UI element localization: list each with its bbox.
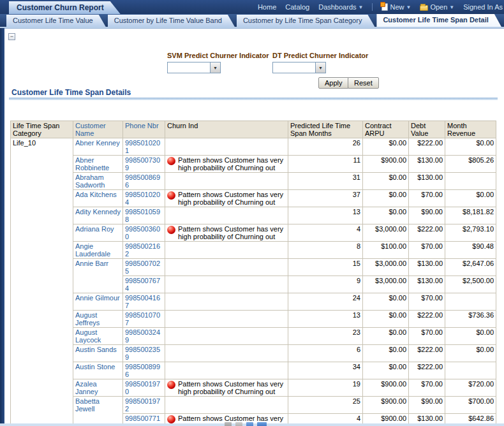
churn-indicator-icon [167,191,175,200]
dt-churner-select[interactable]: ▼ [272,62,326,73]
phone-nbr-link[interactable]: 9985003249 [123,328,165,345]
customer-name-link[interactable]: Annie Gilmour [73,293,123,311]
customer-name-link[interactable]: Abner Robbinette [73,156,123,173]
nav-open[interactable]: Open ▼ [420,3,454,11]
customer-name-link[interactable]: August Laycock [73,328,123,345]
global-nav: Home Catalog Dashboards ▼ New ▼ Open ▼ S… [258,0,504,14]
table-row: August Jeffreys998501070713$0.00$222.00$… [11,311,496,328]
predicted-months-cell: 8 [288,242,363,259]
table-row: Azalea Janney9985001970Pattern shows Cus… [11,379,496,397]
pager-up-icon[interactable] [235,422,242,426]
pager-page-down-icon[interactable] [257,422,267,426]
top-bar: Customer Churn Report Home Catalog Dashb… [0,0,504,14]
churn-ind-cell [165,345,288,362]
col-header-customer-name[interactable]: Customer Name [73,121,123,138]
phone-nbr-link[interactable]: 9985001970 [123,379,165,397]
customer-name-link[interactable]: Abner Kenney [73,138,123,156]
section-divider [9,98,498,100]
pager-first-icon[interactable] [225,422,232,426]
nav-home[interactable]: Home [258,3,276,11]
dt-churner-select-value [273,62,315,73]
pager-page-up-icon[interactable] [246,422,253,426]
customer-name-link[interactable]: Babetta Jewell [73,397,123,426]
month-revenue-cell: $90.48 [445,242,496,259]
col-header-phone-nbr[interactable]: Phone Nbr [123,121,165,138]
dt-prompt-label: DT Predict Churner Indicator [272,52,368,59]
tab-customer-life-time-value[interactable]: Customer Life Time Value [6,15,106,27]
tab-customer-by-life-time-value-band[interactable]: Customer by Life Time Value Band [108,15,235,27]
contract-arpu-cell: $3,000.00 [363,276,409,293]
col-header-predicted-months: Predicted Life Time Span Months [288,121,363,138]
customer-name-link[interactable]: Austin Stone [73,362,123,379]
phone-nbr-link[interactable]: 9985010598 [123,207,165,224]
contract-arpu-cell: $0.00 [363,138,409,156]
nav-separator [372,3,373,11]
table-row: Austin Sands99850023596$0.00$222.00$0.00 [11,345,496,362]
nav-dashboards[interactable]: Dashboards ▼ [318,3,363,11]
debt-value-cell: $70.00 [409,379,445,397]
churn-ind-cell [165,276,288,293]
contract-arpu-cell: $900.00 [363,156,409,173]
customer-name-link[interactable]: Adriana Roy [73,224,123,242]
report-title-tab[interactable]: Customer Churn Report [9,1,121,14]
phone-nbr-link[interactable]: 9985008996 [123,362,165,379]
month-revenue-cell: $2,500.00 [445,276,496,293]
debt-value-cell: $130.00 [409,173,445,190]
churn-indicator-icon [167,415,175,423]
table-row: Austin Stone998500899634$0.00$222.00 [11,362,496,379]
phone-nbr-link[interactable]: 9985010707 [123,311,165,328]
nav-new[interactable]: New ▼ [382,3,411,11]
churn-ind-cell [165,259,288,276]
col-header-life-time-span-category: Life Time Span Category [11,121,73,138]
debt-value-cell: $222.00 [409,362,445,379]
debt-value-cell: $222.00 [409,224,445,242]
phone-nbr-link[interactable]: 9985010204 [123,190,165,207]
phone-nbr-link[interactable]: 9985002359 [123,345,165,362]
phone-nbr-link[interactable]: 9985008696 [123,173,165,190]
col-header-contract-arpu: Contract ARPU [363,121,409,138]
apply-button[interactable]: Apply [318,77,349,89]
predicted-months-cell: 37 [288,190,363,207]
phone-nbr-link[interactable]: 9985003600 [123,224,165,242]
phone-nbr-link[interactable]: 9985010201 [123,138,165,156]
churn-ind-cell [165,362,288,379]
table-row: Angie Lauderdale99850021628$100.00$70.00… [11,242,496,259]
contract-arpu-cell: $0.00 [363,173,409,190]
customer-name-link[interactable]: August Jeffreys [73,311,123,328]
tab-customer-by-life-time-span-category[interactable]: Customer by Life Time Span Category [237,15,374,27]
nav-signed-in-as[interactable]: Signed In As [463,3,503,11]
debt-value-cell: $222.00 [409,311,445,328]
dashboard-tab-bar: Customer Life Time Value Customer by Lif… [0,14,504,28]
customer-name-link[interactable]: Annie Barr [73,259,123,293]
customer-name-link[interactable]: Azalea Janney [73,379,123,397]
nav-catalog[interactable]: Catalog [285,3,309,11]
phone-nbr-link[interactable]: 9985007025 [123,259,165,276]
chevron-down-icon[interactable]: ▼ [315,62,325,73]
churn-ind-cell: Pattern shows Customer has very high pro… [165,156,288,173]
phone-nbr-link[interactable]: 9985004167 [123,293,165,311]
contract-arpu-cell: $0.00 [363,207,409,224]
tab-customer-life-time-span-detail[interactable]: Customer Life Time Span Detail [376,14,501,27]
customer-name-link[interactable]: Adity Kennedy [73,207,123,224]
predicted-months-cell: 9 [288,276,363,293]
customer-name-link[interactable]: Ada Kitchens [73,190,123,207]
svm-churner-select[interactable]: ▼ [167,62,221,73]
month-revenue-cell [445,293,496,311]
debt-value-cell: $130.00 [409,276,445,293]
customer-name-link[interactable]: Abraham Sadworth [73,173,123,190]
debt-value-cell: $70.00 [409,293,445,311]
churn-ind-cell [165,293,288,311]
collapse-section-icon[interactable]: − [8,33,15,40]
phone-nbr-link[interactable]: 9985002162 [123,242,165,259]
customer-name-link[interactable]: Angie Lauderdale [73,242,123,259]
reset-button[interactable]: Reset [348,77,379,89]
chevron-down-icon[interactable]: ▼ [210,62,220,73]
month-revenue-cell: $720.00 [445,379,496,397]
phone-nbr-link[interactable]: 9985001972 [123,397,165,414]
table-row: Adriana Roy9985003600Pattern shows Custo… [11,224,496,242]
phone-nbr-link[interactable]: 9985007309 [123,156,165,173]
phone-nbr-link[interactable]: 9985007674 [123,276,165,293]
table-row: Ada Kitchens9985010204Pattern shows Cust… [11,190,496,207]
dashboard-content: − SVM Predict Churner Indicator ▼ DT Pre… [4,28,504,426]
customer-name-link[interactable]: Austin Sands [73,345,123,362]
